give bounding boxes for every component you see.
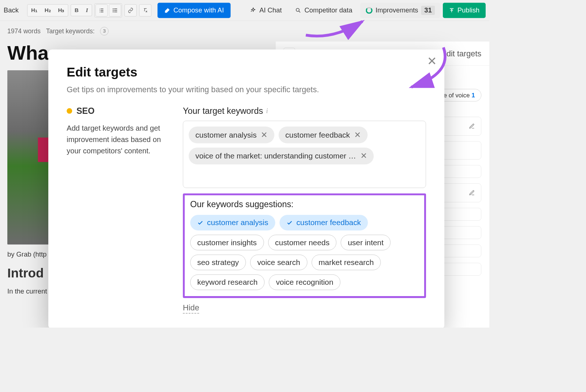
keywords-field-label: Your target keywords i — [183, 106, 426, 116]
competitor-data-button[interactable]: Competitor data — [290, 3, 358, 17]
suggestion-chip[interactable]: customer insights — [190, 235, 264, 250]
suggestion-chip-label: customer insights — [197, 238, 257, 247]
svg-point-0 — [113, 8, 114, 10]
improvements-button[interactable]: Improvements 31 — [360, 3, 441, 18]
suggestion-chip-label: voice search — [257, 258, 300, 267]
hide-link[interactable]: Hide — [183, 303, 199, 313]
svg-rect-4 — [114, 10, 117, 11]
remove-keyword-icon[interactable]: ✕ — [261, 130, 267, 140]
suggestion-chip-label: keyword research — [197, 278, 258, 287]
suggestion-chip[interactable]: customer feedback — [279, 215, 368, 231]
target-keywords-count[interactable]: 3 — [100, 27, 108, 35]
tov-label: e of voice — [444, 92, 470, 99]
svg-rect-3 — [114, 8, 117, 9]
suggestions-label: Our keywords suggestions: — [190, 199, 419, 209]
keywords-input[interactable]: customer analysis✕customer feedback✕voic… — [183, 121, 426, 188]
word-count: 1974 words — [7, 27, 41, 35]
suggestion-chip[interactable]: voice search — [250, 255, 307, 270]
modal-subtitle: Get tips on improvements to your writing… — [67, 85, 426, 94]
pencil-icon — [469, 190, 475, 196]
suggestion-chip-label: market research — [319, 258, 374, 267]
main-toolbar: Back H₁ H₂ H₃ B I Compose with AI AI Cha… — [0, 0, 489, 21]
seo-description: Add target keywords and get improvement … — [67, 123, 164, 157]
close-icon[interactable]: ✕ — [427, 55, 437, 68]
suggestion-chip[interactable]: customer analysis — [190, 215, 275, 231]
status-dot-icon — [67, 108, 72, 114]
suggestion-chip-label: customer analysis — [207, 218, 268, 227]
list-group — [94, 3, 122, 17]
publish-button[interactable]: Publish — [443, 3, 486, 18]
progress-ring-icon — [366, 7, 372, 14]
heading-group: H₁ H₂ H₃ — [27, 4, 68, 16]
improvements-label: Improvements — [375, 6, 418, 14]
meta-bar: 1974 words Target keywords: 3 — [0, 21, 489, 42]
suggestion-chip[interactable]: seo strategy — [190, 255, 246, 270]
unordered-list-icon[interactable] — [109, 4, 121, 16]
ai-chat-button[interactable]: AI Chat — [245, 3, 287, 17]
ai-chat-label: AI Chat — [259, 6, 282, 14]
suggestion-chip[interactable]: customer needs — [268, 235, 337, 250]
bold-button[interactable]: B — [71, 5, 82, 15]
italic-button[interactable]: I — [83, 5, 91, 15]
seo-label: SEO — [77, 106, 94, 116]
link-icon[interactable] — [125, 4, 137, 16]
keyword-chip-label: customer analysis — [196, 131, 257, 139]
svg-point-6 — [296, 8, 299, 11]
suggestions-box: Our keywords suggestions: customer analy… — [183, 194, 426, 298]
h1-button[interactable]: H₁ — [28, 5, 40, 15]
back-link[interactable]: Back — [4, 6, 19, 14]
modal-title: Edit targets — [67, 65, 426, 79]
edit-targets-label: Edit targets — [441, 49, 481, 58]
improvements-count: 31 — [421, 5, 435, 15]
tov-count: 1 — [471, 92, 475, 99]
pencil-icon — [469, 123, 475, 130]
seo-heading: SEO — [67, 106, 164, 116]
suggestion-chip-label: voice recognition — [276, 278, 333, 287]
info-icon[interactable]: i — [266, 107, 268, 115]
keyword-chip[interactable]: voice of the market: understanding custo… — [189, 148, 374, 164]
suggestion-chip[interactable]: voice recognition — [269, 275, 340, 290]
keyword-chip[interactable]: customer feedback✕ — [279, 127, 368, 143]
suggestion-chip-label: customer feedback — [296, 218, 361, 227]
ordered-list-icon[interactable] — [95, 4, 107, 16]
suggestion-chip[interactable]: market research — [311, 255, 381, 270]
svg-point-2 — [113, 11, 114, 12]
suggestion-chip[interactable]: keyword research — [190, 275, 264, 290]
remove-keyword-icon[interactable]: ✕ — [354, 130, 361, 140]
publish-label: Publish — [457, 6, 479, 14]
suggestion-chip[interactable]: user intent — [341, 235, 391, 250]
suggestion-chip-label: customer needs — [275, 238, 330, 247]
keyword-chip[interactable]: customer analysis✕ — [189, 127, 274, 143]
check-icon — [286, 220, 293, 226]
svg-point-1 — [113, 10, 114, 11]
target-keywords-label: Target keywords: — [46, 27, 95, 35]
compose-ai-label: Compose with AI — [173, 6, 224, 14]
svg-rect-5 — [114, 11, 117, 12]
remove-keyword-icon[interactable]: ✕ — [360, 151, 367, 161]
keyword-chip-label: voice of the market: understanding custo… — [196, 152, 356, 160]
suggestion-chip-label: user intent — [348, 238, 383, 247]
competitor-label: Competitor data — [304, 6, 352, 14]
keyword-chip-label: customer feedback — [285, 131, 350, 139]
suggestion-chip-label: seo strategy — [197, 258, 239, 267]
h3-button[interactable]: H₃ — [55, 5, 67, 15]
style-group: B I — [71, 4, 92, 16]
check-icon — [197, 220, 204, 226]
compose-ai-button[interactable]: Compose with AI — [157, 3, 231, 18]
clear-format-icon[interactable] — [139, 4, 151, 16]
h2-button[interactable]: H₂ — [41, 5, 53, 15]
edit-targets-modal: ✕ Edit targets Get tips on improvements … — [48, 49, 444, 327]
